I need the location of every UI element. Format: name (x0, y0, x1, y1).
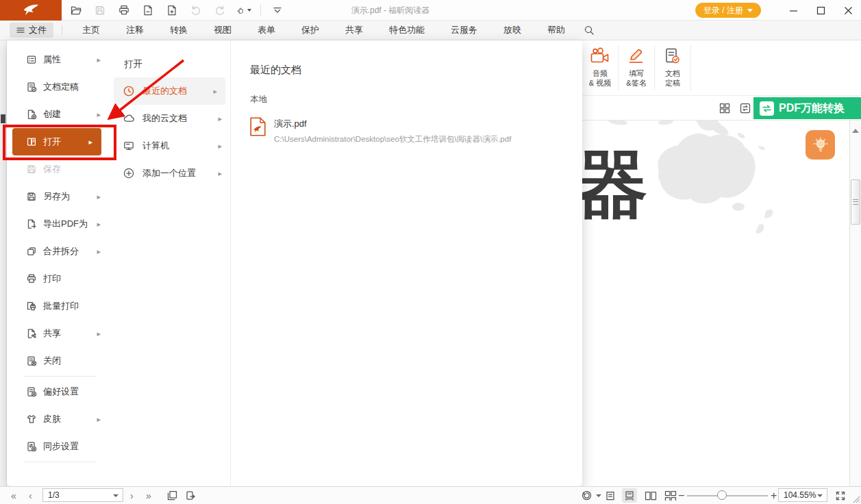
submenu-arrow-icon: ▸ (97, 415, 101, 424)
tab-slideshow[interactable]: 放映 (490, 21, 534, 40)
hand-tool-icon[interactable] (236, 3, 251, 18)
batch-print-icon (26, 301, 37, 312)
open-item-add-place[interactable]: 添加一个位置▸ (110, 160, 230, 187)
new-document-icon[interactable] (164, 3, 179, 18)
file-menu-item-skin[interactable]: 皮肤▸ (7, 405, 110, 433)
file-menu-item-properties[interactable]: 属性▸ (7, 46, 110, 73)
helper-lightbulb-button[interactable] (806, 130, 835, 160)
zoom-combobox[interactable]: 104.55% (778, 488, 827, 502)
nav-panel-strip (0, 40, 7, 486)
page-number-combobox[interactable]: 1/3 (42, 488, 123, 502)
recent-documents-panel: 最近的文档 本地 演示.pdf C:\Users\Administrator\D… (231, 40, 582, 486)
undo-icon (188, 3, 203, 18)
zoom-display: 104.55% (784, 490, 816, 500)
menubar-separator (62, 25, 62, 35)
minimize-button[interactable] (784, 1, 802, 19)
open-item-computer[interactable]: 计算机▸ (110, 132, 230, 160)
login-register-button[interactable]: 登录 / 注册 (695, 3, 761, 18)
open-item-cloud-documents[interactable]: 我的云文档▸ (110, 105, 230, 132)
doc-check-icon (663, 47, 682, 65)
tab-protect[interactable]: 保护 (288, 21, 332, 40)
last-page-button[interactable]: » (146, 487, 151, 504)
zoom-slider-thumb[interactable] (717, 490, 727, 500)
menubar: 文件 主页 注释 转换 视图 表单 保护 共享 特色功能 云服务 放映 帮助 (0, 21, 861, 40)
maximize-button[interactable] (812, 1, 829, 19)
tab-convert[interactable]: 转换 (157, 21, 201, 40)
zoom-in-button[interactable]: + (771, 487, 777, 504)
file-menu-item-export-pdf[interactable]: 导出PDF为▸ (7, 210, 110, 238)
open-panel-title: 打开 (110, 40, 230, 77)
save-icon (26, 164, 37, 175)
file-menu-item-open[interactable]: 打开▸ (12, 128, 101, 155)
foxit-bird-icon (22, 3, 40, 17)
document-headline-fragment: 器 (582, 148, 648, 220)
file-menu-item-save-as[interactable]: 另存为▸ (7, 183, 110, 210)
print-icon[interactable] (116, 3, 132, 18)
document-page[interactable]: 器 (582, 121, 861, 486)
file-menu-item-close[interactable]: 关闭 (7, 347, 110, 375)
open-folder-icon[interactable] (68, 3, 84, 18)
pencil-icon (627, 47, 646, 65)
submenu-arrow-icon: ▸ (97, 247, 101, 256)
file-menu-item-print[interactable]: 打印 (7, 265, 110, 292)
tab-share[interactable]: 共享 (332, 21, 376, 40)
prev-page-button[interactable]: ‹ (29, 487, 32, 504)
next-page-button[interactable]: › (130, 487, 134, 504)
vertical-scrollbar[interactable] (849, 121, 861, 486)
scrollbar-thumb[interactable] (851, 179, 860, 225)
chevron-down-icon (113, 494, 118, 497)
view-mode-single-page[interactable] (603, 488, 618, 503)
zoom-out-button[interactable]: − (678, 487, 684, 504)
redo-icon (212, 3, 227, 18)
tab-help[interactable]: 帮助 (534, 21, 578, 40)
file-menu-item-create[interactable]: 创建▸ (7, 101, 110, 128)
file-menu-item-doc-finalize[interactable]: 文档定稿 (7, 73, 110, 101)
view-mode-continuous[interactable] (622, 488, 637, 503)
pdf-convert-label: PDF万能转换 (779, 101, 845, 116)
menu-divider (23, 376, 96, 377)
sync-settings-icon (26, 441, 37, 452)
remove-page-icon[interactable] (140, 3, 155, 18)
titlebar: 演示.pdf - 福昕阅读器 登录 / 注册 (0, 0, 861, 21)
close-button[interactable] (839, 1, 857, 19)
rotate-view-button[interactable] (581, 487, 601, 504)
clock-icon (123, 85, 135, 97)
window-controls (784, 0, 857, 21)
fullscreen-button[interactable] (835, 487, 846, 504)
file-menu-item-batch-print[interactable]: 批量打印 (7, 292, 110, 320)
doc-finalize-button[interactable]: 文档定稿 (655, 42, 690, 95)
add-place-icon (123, 167, 135, 179)
create-document-icon (26, 109, 37, 120)
zoom-slider[interactable] (687, 495, 768, 496)
file-menu-item-share[interactable]: 共享▸ (7, 320, 110, 347)
audio-video-button[interactable]: 音频& 视频 (582, 42, 618, 95)
fill-sign-button[interactable]: 填写&签名 (619, 42, 654, 95)
file-menu-item-preferences[interactable]: 偏好设置 (7, 378, 110, 405)
tab-form[interactable]: 表单 (245, 21, 288, 40)
tab-home[interactable]: 主页 (69, 21, 113, 40)
tab-file[interactable]: 文件 (10, 23, 53, 38)
scroll-up-icon[interactable] (852, 129, 859, 133)
tab-features[interactable]: 特色功能 (376, 21, 438, 40)
properties-icon (26, 54, 37, 65)
recent-file-row[interactable]: 演示.pdf C:\Users\Administrator\Desktop\se… (250, 117, 551, 144)
file-menu-item-sync-settings[interactable]: 同步设置 (7, 433, 110, 460)
view-mode-facing[interactable] (643, 488, 658, 503)
tab-view[interactable]: 视图 (201, 21, 245, 40)
recent-group-local: 本地 (250, 94, 582, 105)
swap-view-icon[interactable] (738, 101, 752, 115)
view-mode-facing-continuous[interactable] (663, 488, 678, 503)
save-icon (92, 3, 108, 18)
pdf-convert-button[interactable]: PDF万能转换 (753, 97, 861, 119)
search-icon[interactable] (578, 21, 600, 40)
first-page-button[interactable]: « (11, 487, 16, 504)
chevron-down-icon (747, 9, 753, 12)
open-item-recent-documents[interactable]: 最近的文档▸ (114, 77, 225, 105)
resize-grip[interactable] (851, 494, 860, 503)
tab-cloud[interactable]: 云服务 (438, 21, 490, 40)
tab-comment[interactable]: 注释 (113, 21, 157, 40)
share-icon (26, 328, 37, 339)
grid-view-icon[interactable] (718, 101, 732, 115)
snapshot-icon[interactable] (166, 487, 178, 504)
file-menu-item-merge-split[interactable]: 合并拆分▸ (7, 238, 110, 265)
